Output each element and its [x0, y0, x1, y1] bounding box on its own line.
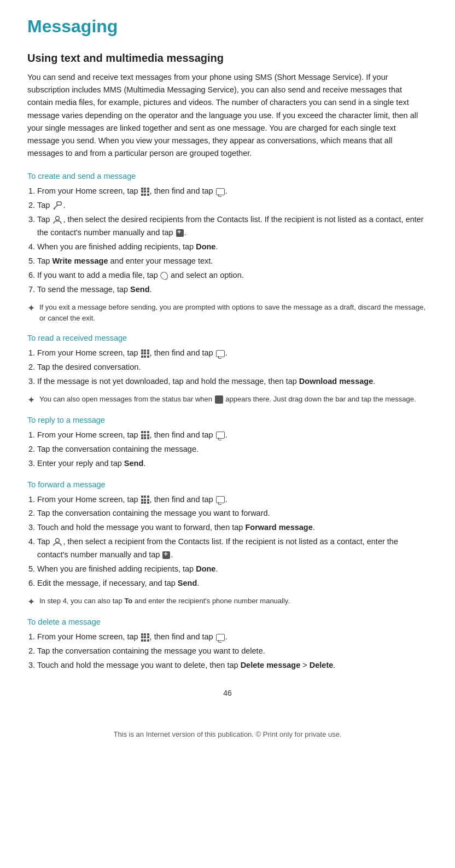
step-item: If you want to add a media file, tap and…	[37, 269, 428, 282]
grid-icon	[141, 633, 149, 642]
svg-rect-1	[57, 202, 61, 205]
main-section-heading: Using text and multimedia messaging	[27, 52, 428, 65]
tip-create-text: If you exit a message before sending, yo…	[39, 302, 428, 324]
messaging-icon	[216, 634, 225, 641]
section-create-heading: To create and send a message	[27, 172, 428, 180]
section-read-steps: From your Home screen, tap , then find a…	[37, 347, 428, 388]
step-item: Touch and hold the message you want to f…	[37, 521, 428, 534]
step-item: From your Home screen, tap , then find a…	[37, 347, 428, 360]
step-item: From your Home screen, tap , then find a…	[37, 429, 428, 442]
section-create: To create and send a message From your H…	[27, 172, 428, 324]
add-icon	[162, 551, 170, 559]
step-item: To send the message, tap Send.	[37, 283, 428, 296]
grid-icon	[141, 188, 149, 196]
step-item: Tap the desired conversation.	[37, 361, 428, 374]
step-item: Edit the message, if necessary, and tap …	[37, 577, 428, 590]
tip-icon: ✦	[27, 394, 35, 406]
section-forward-heading: To forward a message	[27, 480, 428, 489]
tip-icon: ✦	[27, 596, 35, 608]
add-icon	[176, 229, 184, 237]
section-reply: To reply to a message From your Home scr…	[27, 416, 428, 470]
tip-read-text: You can also open messages from the stat…	[39, 394, 416, 405]
section-read: To read a received message From your Hom…	[27, 334, 428, 406]
step-item: If the message is not yet downloaded, ta…	[37, 375, 428, 388]
step-item: Tap .	[37, 199, 428, 212]
section-forward: To forward a message From your Home scre…	[27, 480, 428, 608]
section-reply-steps: From your Home screen, tap , then find a…	[37, 429, 428, 470]
svg-point-2	[56, 217, 60, 220]
tip-read: ✦ You can also open messages from the st…	[27, 394, 428, 406]
section-forward-steps: From your Home screen, tap , then find a…	[37, 493, 428, 590]
section-delete-steps: From your Home screen, tap , then find a…	[37, 631, 428, 672]
messaging-icon	[216, 496, 225, 503]
step-item: Enter your reply and tap Send.	[37, 457, 428, 470]
messaging-icon	[216, 350, 225, 357]
tip-forward: ✦ In step 4, you can also tap To and ent…	[27, 596, 428, 608]
page-footer: This is an Internet version of this publ…	[27, 730, 428, 738]
step-item: Tap the conversation containing the mess…	[37, 507, 428, 520]
section-create-steps: From your Home screen, tap , then find a…	[37, 185, 428, 296]
tip-icon: ✦	[27, 302, 35, 314]
grid-icon	[141, 431, 149, 439]
step-item: When you are finished adding recipients,…	[37, 241, 428, 254]
section-delete: To delete a message From your Home scree…	[27, 617, 428, 672]
intro-paragraph: You can send and receive text messages f…	[27, 71, 428, 160]
compose-icon	[52, 201, 62, 211]
step-item: From your Home screen, tap , then find a…	[37, 185, 428, 198]
step-item: From your Home screen, tap , then find a…	[37, 631, 428, 644]
step-item: From your Home screen, tap , then find a…	[37, 493, 428, 506]
person-icon	[52, 215, 62, 225]
step-item: Tap , then select the desired recipients…	[37, 213, 428, 240]
tip-forward-text: In step 4, you can also tap To and enter…	[39, 596, 290, 607]
person-icon	[52, 537, 62, 547]
messaging-icon	[216, 188, 225, 195]
messaging-icon	[216, 432, 225, 439]
tip-create: ✦ If you exit a message before sending, …	[27, 302, 428, 324]
step-item: Tap the conversation containing the mess…	[37, 443, 428, 456]
step-item: When you are finished adding recipients,…	[37, 563, 428, 576]
notif-icon	[215, 395, 223, 404]
svg-point-3	[56, 539, 60, 543]
step-item: Tap , then select a recipient from the C…	[37, 535, 428, 562]
grid-icon	[141, 349, 149, 358]
section-reply-heading: To reply to a message	[27, 416, 428, 424]
section-read-heading: To read a received message	[27, 334, 428, 342]
attach-icon	[159, 270, 170, 281]
step-item: Tap Write message and enter your message…	[37, 255, 428, 268]
page-number: 46	[27, 689, 428, 697]
grid-icon	[141, 496, 149, 504]
step-item: Touch and hold the message you want to d…	[37, 659, 428, 672]
page-title: Messaging	[27, 16, 428, 37]
section-delete-heading: To delete a message	[27, 617, 428, 626]
step-item: Tap the conversation containing the mess…	[37, 645, 428, 658]
